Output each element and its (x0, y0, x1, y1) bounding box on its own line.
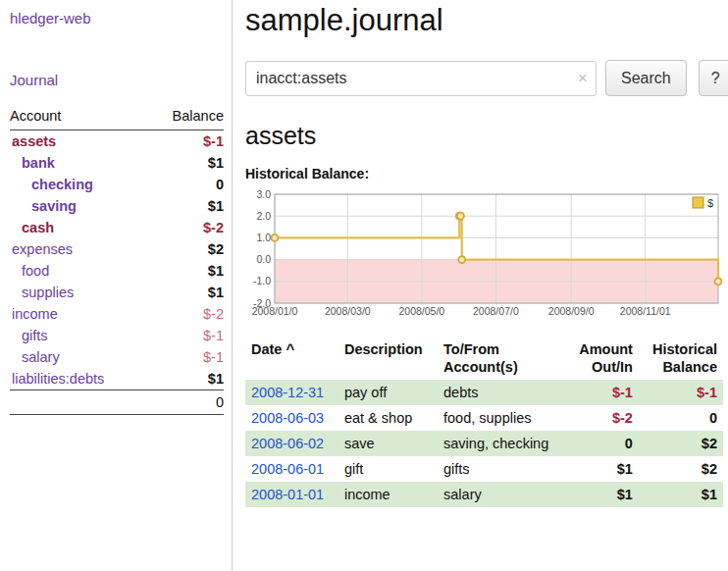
accounts-total-value: 0 (148, 390, 224, 415)
register-header-amount: AmountOut/In (566, 338, 639, 380)
account-balance: $-1 (148, 325, 224, 346)
help-button[interactable]: ? (699, 60, 728, 96)
account-name-cell: income (10, 303, 148, 325)
account-heading: assets (245, 122, 728, 150)
account-balance: $-1 (148, 130, 224, 153)
amount-cell: $-2 (566, 405, 639, 431)
account-row: saving$1 (10, 195, 224, 217)
balance-cell: $1 (639, 482, 723, 507)
account-name-cell: cash (10, 217, 148, 238)
svg-text:2008/07/0: 2008/07/0 (473, 305, 519, 317)
account-name-cell: checking (10, 174, 148, 195)
transaction-row: 2008-06-01giftgifts$1$2 (245, 456, 723, 482)
account-row: cash$-2 (10, 217, 224, 238)
register-table: Date ^DescriptionTo/FromAccount(s)Amount… (245, 338, 723, 507)
date-cell: 2008-06-01 (245, 456, 338, 482)
description-cell: gift (338, 456, 438, 482)
account-name-cell: supplies (10, 282, 148, 303)
historical-balance-chart: 3.02.01.00.0-1.0-2.02008/01/02008/03/020… (245, 187, 728, 323)
app-title-link[interactable]: hledger-web (10, 10, 224, 26)
clear-search-icon[interactable]: × (578, 69, 588, 88)
amount-cell: 0 (566, 431, 639, 456)
svg-text:3.0: 3.0 (256, 188, 271, 200)
date-link[interactable]: 2008-06-01 (251, 461, 324, 477)
journal-link[interactable]: Journal (10, 72, 224, 88)
accounts-header-account: Account (10, 104, 148, 130)
account-link-income[interactable]: income (12, 306, 58, 322)
date-cell: 2008-12-31 (245, 380, 338, 405)
search-box: × (245, 61, 597, 96)
date-link[interactable]: 2008-06-03 (251, 410, 324, 426)
balance-cell: $2 (639, 456, 723, 482)
register-header-description: Description (338, 338, 438, 380)
account-row: checking0 (10, 174, 224, 195)
account-row: supplies$1 (10, 282, 224, 303)
svg-text:-1.0: -1.0 (253, 275, 271, 286)
accounts-cell: saving, checking (438, 431, 566, 456)
svg-text:2008/03/0: 2008/03/0 (325, 305, 371, 317)
svg-text:2008/05/0: 2008/05/0 (398, 305, 444, 317)
svg-text:2008/01/0: 2008/01/0 (252, 305, 298, 317)
account-balance: $-2 (148, 217, 224, 238)
balance-chart-svg: 3.02.01.00.0-1.0-2.02008/01/02008/03/020… (245, 187, 723, 323)
account-balance: $1 (148, 195, 224, 217)
register-header-to-from: To/FromAccount(s) (438, 338, 566, 380)
main-content: sample.journal × Search ? assets Histori… (233, 0, 728, 571)
sort-asc-icon: ^ (286, 340, 294, 357)
date-cell: 2008-01-01 (245, 482, 338, 507)
account-link-bank[interactable]: bank (22, 155, 55, 171)
account-link-liabilities-debts[interactable]: liabilities:debts (12, 371, 104, 387)
transaction-row: 2008-12-31pay offdebts$-1$-1 (245, 380, 723, 405)
account-link-cash[interactable]: cash (22, 220, 54, 235)
page-title: sample.journal (245, 2, 728, 38)
register-header-date[interactable]: Date ^ (245, 338, 338, 380)
account-name-cell: food (10, 260, 148, 282)
account-row: bank$1 (10, 152, 224, 174)
search-button[interactable]: Search (605, 60, 687, 96)
account-balance: $-2 (148, 303, 224, 325)
description-cell: eat & shop (338, 405, 438, 431)
search-input[interactable] (245, 61, 597, 96)
balance-cell: $-1 (639, 380, 723, 405)
accounts-cell: salary (438, 482, 566, 507)
account-link-supplies[interactable]: supplies (22, 285, 74, 300)
account-balance: $1 (148, 368, 224, 390)
accounts-total-spacer (10, 390, 148, 415)
accounts-cell: food, supplies (438, 405, 566, 431)
svg-text:2008/11/01: 2008/11/01 (620, 305, 671, 317)
chart-title: Historical Balance: (245, 166, 728, 182)
amount-cell: $-1 (566, 380, 639, 405)
register-header-row: Date ^DescriptionTo/FromAccount(s)Amount… (245, 338, 723, 380)
search-bar: × Search ? (245, 60, 728, 96)
account-link-saving[interactable]: saving (31, 198, 77, 214)
account-balance: $1 (148, 260, 224, 282)
account-row: food$1 (10, 260, 224, 282)
date-link[interactable]: 2008-12-31 (251, 385, 324, 400)
transaction-row: 2008-01-01incomesalary$1$1 (245, 482, 723, 507)
account-link-gifts[interactable]: gifts (22, 328, 48, 343)
account-row: income$-2 (10, 303, 224, 325)
account-link-expenses[interactable]: expenses (12, 241, 73, 257)
account-name-cell: assets (10, 130, 148, 153)
description-cell: save (338, 431, 438, 456)
amount-cell: $1 (566, 482, 639, 507)
account-link-assets[interactable]: assets (12, 133, 56, 149)
description-cell: income (338, 482, 438, 507)
balance-cell: 0 (639, 405, 723, 431)
account-balance: $1 (148, 152, 224, 174)
date-link[interactable]: 2008-01-01 (251, 487, 324, 502)
transaction-row: 2008-06-03eat & shopfood, supplies$-20 (245, 405, 723, 431)
account-name-cell: expenses (10, 238, 148, 260)
balance-cell: $2 (639, 431, 723, 456)
svg-text:2.0: 2.0 (256, 210, 271, 222)
account-link-checking[interactable]: checking (31, 177, 93, 192)
date-link[interactable]: 2008-06-02 (251, 436, 324, 451)
account-link-salary[interactable]: salary (22, 349, 60, 365)
account-balance: $-1 (148, 346, 224, 368)
transaction-row: 2008-06-02savesaving, checking0$2 (245, 431, 723, 456)
account-balance: 0 (148, 174, 224, 195)
account-balance: $2 (148, 238, 224, 260)
accounts-total-row: 0 (10, 390, 224, 415)
svg-text:2008/09/0: 2008/09/0 (548, 305, 595, 317)
account-link-food[interactable]: food (22, 263, 49, 279)
